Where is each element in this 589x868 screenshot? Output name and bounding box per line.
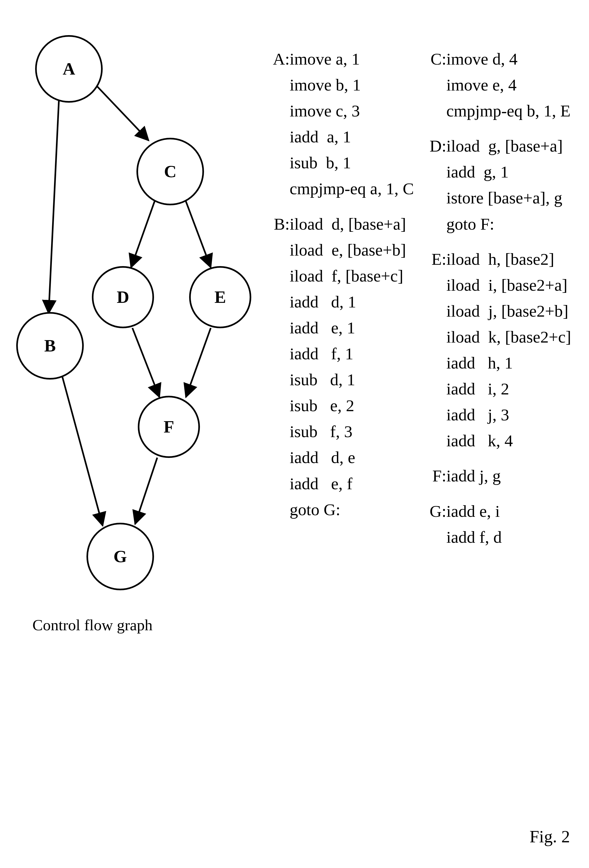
graph-caption: Control flow graph	[32, 616, 153, 634]
code-line: iload i, [base2+a]	[427, 272, 578, 298]
instruction: iadd e, 1	[289, 315, 355, 341]
code-line: isub b, 1	[270, 150, 421, 176]
code-block-G: G:iadd e, iiadd f, d	[427, 498, 578, 550]
svg-line-4	[132, 328, 159, 397]
code-line: iload f, [base+c]	[270, 263, 421, 289]
code-line: F:iadd j, g	[427, 463, 578, 489]
code-line: iadd e, f	[270, 471, 421, 496]
code-line: iadd i, 2	[427, 376, 578, 402]
figure-caption: Fig. 2	[530, 827, 570, 847]
instruction: isub b, 1	[289, 150, 351, 176]
instruction: iadd f, 1	[289, 341, 353, 367]
node-F-label: F	[164, 417, 174, 437]
node-E: E	[189, 266, 251, 328]
node-C: C	[136, 138, 204, 205]
code-line: iadd d, 1	[270, 289, 421, 315]
instruction: iadd k, 4	[446, 428, 513, 453]
instruction: cmpjmp-eq b, 1, E	[446, 98, 571, 124]
code-line: istore [base+a], g	[427, 185, 578, 211]
code-block-C: C:imove d, 4imove e, 4cmpjmp-eq b, 1, E	[427, 46, 578, 124]
instruction: imove b, 1	[289, 72, 361, 98]
code-line: G:iadd e, i	[427, 498, 578, 524]
instruction: iadd i, 2	[446, 376, 509, 402]
node-D-label: D	[117, 287, 129, 307]
node-B: B	[16, 312, 84, 379]
svg-line-5	[186, 328, 211, 397]
block-label: E:	[427, 246, 446, 272]
instruction: iload f, [base+c]	[289, 263, 403, 289]
code-column-2: C:imove d, 4imove e, 4cmpjmp-eq b, 1, ED…	[427, 46, 578, 559]
instruction: iadd e, i	[446, 498, 500, 524]
code-line: E:iload h, [base2]	[427, 246, 578, 272]
code-line: goto F:	[427, 211, 578, 237]
block-label: G:	[427, 498, 446, 524]
code-line: iload k, [base2+c]	[427, 324, 578, 350]
svg-line-6	[135, 458, 157, 524]
code-block-E: E:iload h, [base2]iload i, [base2+a]iloa…	[427, 246, 578, 454]
code-line: isub f, 3	[270, 418, 421, 444]
instruction: imove d, 4	[446, 46, 517, 72]
instruction: iadd j, 3	[446, 402, 509, 428]
code-line: iload j, [base2+b]	[427, 298, 578, 324]
svg-line-2	[131, 200, 155, 267]
instruction: iadd g, 1	[446, 159, 509, 185]
instruction: goto G:	[289, 496, 340, 523]
code-line: B:iload d, [base+a]	[270, 211, 421, 237]
code-block-F: F:iadd j, g	[427, 463, 578, 489]
code-line: iadd f, d	[427, 524, 578, 550]
code-line: isub d, 1	[270, 367, 421, 393]
instruction: isub f, 3	[289, 418, 353, 444]
instruction: imove e, 4	[446, 72, 517, 98]
instruction: imove c, 3	[289, 98, 360, 124]
code-line: iadd k, 4	[427, 428, 578, 453]
instruction: istore [base+a], g	[446, 185, 562, 211]
code-line: iadd g, 1	[427, 159, 578, 185]
instruction: iload i, [base2+a]	[446, 272, 567, 298]
instruction: iload d, [base+a]	[289, 211, 406, 237]
instruction: iadd h, 1	[446, 350, 513, 376]
svg-line-0	[49, 100, 59, 313]
code-line: imove c, 3	[270, 98, 421, 124]
node-D: D	[92, 266, 154, 328]
instruction: iadd d, e	[289, 444, 355, 470]
instruction: iload k, [base2+c]	[446, 324, 571, 350]
svg-line-3	[185, 200, 211, 267]
instruction: iload j, [base2+b]	[446, 298, 568, 324]
instruction: isub d, 1	[289, 367, 355, 393]
code-line: iadd h, 1	[427, 350, 578, 376]
code-column-1: A:imove a, 1imove b, 1imove c, 3iadd a, …	[270, 46, 421, 531]
code-line: cmpjmp-eq b, 1, E	[427, 98, 578, 124]
code-line: iadd a, 1	[270, 124, 421, 150]
instruction: iload h, [base2]	[446, 246, 554, 272]
node-C-label: C	[164, 162, 176, 182]
code-line: iload e, [base+b]	[270, 237, 421, 263]
node-G-label: G	[114, 546, 127, 567]
code-line: iadd j, 3	[427, 402, 578, 428]
block-label: C:	[427, 46, 446, 72]
code-line: A:imove a, 1	[270, 46, 421, 72]
code-line: D:iload g, [base+a]	[427, 133, 578, 159]
code-line: imove e, 4	[427, 72, 578, 98]
block-label: A:	[270, 46, 289, 72]
figure-canvas: A B C D E F G Control flow graph A:imove…	[0, 0, 589, 868]
node-A-label: A	[63, 59, 75, 79]
instruction: iadd e, f	[289, 471, 352, 496]
instruction: iload e, [base+b]	[289, 237, 406, 263]
instruction: goto F:	[446, 211, 494, 237]
svg-line-7	[62, 376, 103, 526]
code-line: isub e, 2	[270, 393, 421, 418]
code-line: iadd e, 1	[270, 315, 421, 341]
node-G: G	[86, 523, 154, 590]
instruction: iload g, [base+a]	[446, 133, 563, 159]
instruction: imove a, 1	[289, 46, 360, 72]
block-label: B:	[270, 211, 289, 237]
instruction: iadd j, g	[446, 463, 500, 489]
code-line: goto G:	[270, 496, 421, 523]
instruction: iadd d, 1	[289, 289, 356, 315]
code-line: C:imove d, 4	[427, 46, 578, 72]
instruction: cmpjmp-eq a, 1, C	[289, 176, 414, 202]
code-block-D: D:iload g, [base+a]iadd g, 1istore [base…	[427, 133, 578, 237]
svg-line-1	[96, 86, 149, 140]
instruction: iadd f, d	[446, 524, 502, 550]
instruction: iadd a, 1	[289, 124, 351, 150]
